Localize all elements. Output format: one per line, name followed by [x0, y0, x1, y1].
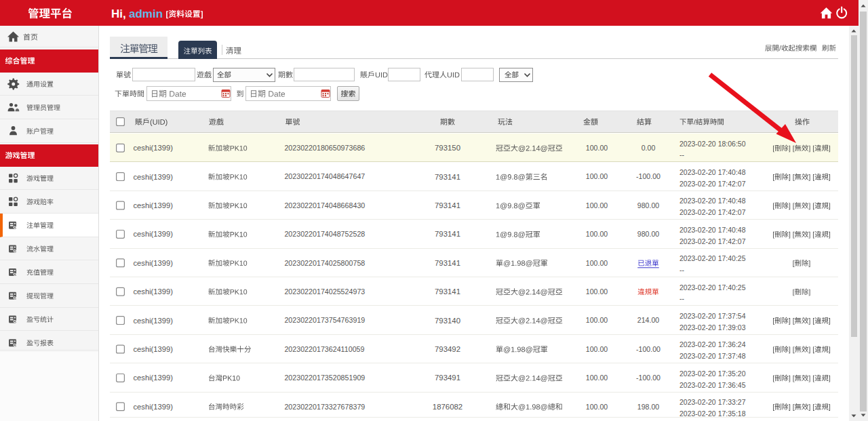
svg-text:2023-02-20 18:06:50: 2023-02-20 18:06:50 — [679, 140, 746, 148]
svg-text:2023-02-20 17:35:18: 2023-02-20 17:35:18 — [679, 409, 746, 418]
svg-text:100.00: 100.00 — [586, 345, 608, 353]
svg-text:ceshi(1399): ceshi(1399) — [134, 144, 174, 152]
svg-text:2023-02-20 17:37:54: 2023-02-20 17:37:54 — [679, 312, 746, 320]
svg-text:2023-02-20 17:40:48: 2023-02-20 17:40:48 — [679, 226, 746, 234]
svg-text:20230220180650973686: 20230220180650973686 — [284, 144, 365, 152]
svg-text:2023-02-20 17:40:48: 2023-02-20 17:40:48 — [679, 197, 746, 205]
svg-text:980.00: 980.00 — [637, 201, 660, 209]
svg-text:20230220173327678379: 20230220173327678379 — [284, 403, 365, 411]
svg-text:ceshi(1399): ceshi(1399) — [134, 317, 174, 325]
svg-text:793140: 793140 — [435, 317, 460, 325]
svg-text:100.00: 100.00 — [586, 374, 608, 382]
svg-text:793141: 793141 — [435, 259, 460, 267]
svg-text:2023-02-20 17:40:25: 2023-02-20 17:40:25 — [679, 283, 746, 292]
svg-text:20230220174048647647: 20230220174048647647 — [284, 172, 365, 180]
svg-text:ceshi(1399): ceshi(1399) — [134, 345, 174, 353]
svg-text:-100.00: -100.00 — [636, 374, 660, 382]
svg-text:2023-02-20 17:36:24: 2023-02-20 17:36:24 — [679, 340, 746, 348]
svg-text:2023-02-20 17:40:25: 2023-02-20 17:40:25 — [679, 254, 746, 262]
svg-text:2023-02-20 17:37:48: 2023-02-20 17:37:48 — [679, 352, 746, 360]
svg-text:2023-02-20 17:36:45: 2023-02-20 17:36:45 — [679, 381, 746, 389]
svg-text:-100.00: -100.00 — [636, 172, 660, 180]
svg-text:793141: 793141 — [435, 287, 460, 296]
svg-text:ceshi(1399): ceshi(1399) — [134, 230, 174, 238]
svg-text:793141: 793141 — [435, 230, 460, 238]
svg-text:ceshi(1399): ceshi(1399) — [134, 374, 174, 382]
svg-text:ceshi(1399): ceshi(1399) — [134, 287, 174, 296]
svg-text:2023-02-20 17:40:48: 2023-02-20 17:40:48 — [679, 168, 746, 176]
svg-text:2023-02-20 17:42:07: 2023-02-20 17:42:07 — [679, 180, 746, 188]
svg-text:20230220173754763919: 20230220173754763919 — [284, 316, 365, 324]
svg-text:0.00: 0.00 — [642, 144, 656, 152]
svg-text:100.00: 100.00 — [586, 201, 608, 209]
svg-text:214.00: 214.00 — [637, 316, 660, 324]
svg-text:20230220173624110059: 20230220173624110059 — [284, 345, 364, 353]
svg-text:ceshi(1399): ceshi(1399) — [134, 259, 174, 267]
svg-text:20230220173520851909: 20230220173520851909 — [284, 374, 365, 382]
svg-text:20230220174048668430: 20230220174048668430 — [284, 201, 365, 209]
svg-text:980.00: 980.00 — [637, 230, 660, 238]
svg-text:ceshi(1399): ceshi(1399) — [134, 173, 174, 181]
svg-text:793150: 793150 — [435, 144, 460, 152]
svg-text:793141: 793141 — [435, 201, 460, 209]
svg-text:20230220174025800758: 20230220174025800758 — [284, 259, 365, 267]
svg-text:793491: 793491 — [435, 374, 460, 382]
svg-text:--: -- — [679, 266, 684, 274]
svg-text:793492: 793492 — [435, 345, 460, 353]
svg-text:admin: admin — [129, 7, 163, 20]
svg-text:793141: 793141 — [435, 173, 460, 181]
svg-text:2023-02-20 17:42:07: 2023-02-20 17:42:07 — [679, 208, 746, 216]
svg-text:2023-02-20 17:39:03: 2023-02-20 17:39:03 — [679, 323, 746, 332]
svg-text:2023-02-20 17:42:07: 2023-02-20 17:42:07 — [679, 237, 746, 245]
svg-text:198.00: 198.00 — [637, 403, 660, 411]
svg-text:100.00: 100.00 — [586, 230, 608, 238]
svg-text:100.00: 100.00 — [586, 144, 608, 152]
svg-text:--: -- — [679, 294, 684, 302]
svg-text:100.00: 100.00 — [586, 172, 608, 180]
svg-text:-100.00: -100.00 — [636, 345, 660, 353]
svg-text:2023-02-20 17:33:27: 2023-02-20 17:33:27 — [679, 398, 746, 406]
svg-text:--: -- — [679, 151, 684, 159]
svg-text:ceshi(1399): ceshi(1399) — [134, 201, 174, 209]
svg-text:20230220174048752528: 20230220174048752528 — [284, 230, 365, 238]
svg-text:2023-02-20 17:35:20: 2023-02-20 17:35:20 — [679, 369, 746, 378]
svg-text:100.00: 100.00 — [586, 287, 608, 296]
svg-text:Hi,: Hi, — [111, 7, 126, 20]
svg-text:100.00: 100.00 — [586, 403, 608, 411]
svg-text:20230220174025524973: 20230220174025524973 — [284, 287, 365, 296]
svg-text:1876082: 1876082 — [433, 403, 462, 411]
svg-text:100.00: 100.00 — [586, 316, 608, 324]
svg-text:ceshi(1399): ceshi(1399) — [134, 403, 174, 411]
svg-text:100.00: 100.00 — [586, 259, 608, 267]
